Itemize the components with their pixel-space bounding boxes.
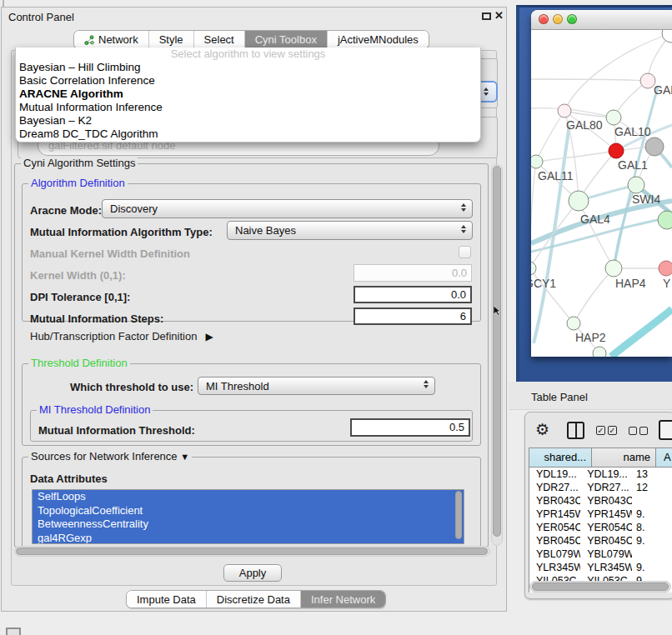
algorithm-option-bayesian-k2[interactable]: Bayesian – K2	[16, 114, 480, 128]
table-row[interactable]: YLR345WYLR345W9.	[529, 561, 672, 574]
selected-value: Discovery	[110, 200, 158, 218]
network-node[interactable]	[593, 347, 606, 357]
select-all-checkbox-icon[interactable]: ✓	[596, 426, 605, 435]
cell: YBR045C	[580, 534, 632, 548]
float-window-icon[interactable]	[482, 12, 491, 20]
apply-button[interactable]: Apply	[223, 564, 282, 582]
network-node[interactable]	[645, 138, 664, 156]
table-hscrollbar-thumb[interactable]	[532, 582, 669, 591]
settings-hscrollbar-thumb[interactable]	[16, 548, 488, 555]
table-row[interactable]: YER054CYER054C8.	[529, 521, 672, 534]
settings-vscrollbar-thumb[interactable]	[493, 166, 501, 537]
expand-right-icon[interactable]: ▶	[205, 331, 213, 342]
table-row[interactable]: YDL19...YDL19...13	[529, 468, 672, 481]
column-header-a[interactable]: A	[656, 448, 672, 468]
mi-algorithm-type-select[interactable]: Naive Bayes	[227, 221, 473, 240]
attributes-vscrollbar-thumb[interactable]	[455, 491, 462, 539]
close-icon[interactable]: ✕	[494, 9, 504, 22]
close-traffic-light[interactable]	[539, 14, 549, 24]
sources-title: Sources for Network Inference	[31, 450, 178, 462]
algorithm-option-aracne-algorithm[interactable]: ARACNE Algorithm	[16, 88, 480, 101]
tab-jactivemnodules[interactable]: jActiveMNodules	[327, 31, 429, 48]
new-table-icon[interactable]	[659, 420, 672, 440]
network-node-gal80[interactable]	[558, 104, 571, 118]
which-threshold-select[interactable]: MI Threshold	[198, 377, 435, 395]
tab-impute-data[interactable]: Impute Data	[127, 591, 206, 608]
selected-value: MI Threshold	[206, 378, 269, 395]
network-node[interactable]	[662, 30, 672, 42]
data-attribute-betweennesscentrality[interactable]: BetweennessCentrality	[33, 518, 464, 532]
network-node-gal10[interactable]	[606, 110, 621, 125]
gear-icon[interactable]: ⚙	[535, 421, 549, 439]
selected-value: Naive Bayes	[235, 222, 296, 239]
manual-kernel-width-label: Manual Kernel Width Definition	[30, 248, 190, 260]
window-edge	[3, 0, 4, 7]
column-header-name[interactable]: name	[592, 448, 656, 468]
aracne-mode-select[interactable]: Discovery	[102, 199, 473, 218]
table-row[interactable]: YBL079WYBL079W	[529, 548, 672, 561]
network-node[interactable]	[658, 211, 672, 229]
group-title: Algorithm Definition	[28, 178, 128, 189]
dpi-tolerance-input[interactable]: 0.0	[354, 286, 472, 303]
minimized-panel-icon[interactable]	[6, 628, 21, 635]
cell: YDL19...	[529, 468, 580, 481]
node-label: SWI4	[632, 192, 660, 206]
data-attribute-gal4rgexp[interactable]: gal4RGexp	[33, 532, 464, 545]
spinner-icon[interactable]	[461, 225, 466, 233]
tab-style[interactable]: Style	[148, 31, 193, 48]
zoom-traffic-light[interactable]	[567, 14, 577, 24]
deselect-all-checkbox-icon[interactable]	[639, 427, 648, 435]
network-node-y[interactable]	[659, 261, 672, 276]
spinner-icon[interactable]	[424, 380, 429, 388]
network-node-hap2[interactable]	[567, 317, 580, 330]
mi-steps-label: Mutual Information Steps:	[30, 312, 163, 325]
column-header-shared[interactable]: shared...	[529, 448, 592, 468]
data-attribute-topologicalcoefficient[interactable]: TopologicalCoefficient	[33, 504, 464, 518]
mi-threshold-label: Mutual Information Threshold:	[38, 424, 195, 437]
tab-network[interactable]: Network	[74, 31, 148, 48]
algorithm-option-basic-correlation-inference[interactable]: Basic Correlation Inference	[16, 74, 480, 88]
hub-transcription-expander[interactable]: Hub/Transcription Factor Definition ▶	[30, 330, 213, 342]
network-node-swi4[interactable]	[628, 177, 644, 193]
tab-discretize-data[interactable]: Discretize Data	[206, 591, 300, 608]
algorithm-option-bayesian-hill-climbing[interactable]: Bayesian – Hill Climbing	[16, 61, 480, 74]
algorithm-option-mutual-information-inference[interactable]: Mutual Information Inference	[16, 101, 480, 114]
table-row[interactable]: YBR045CYBR045C9.	[529, 534, 672, 548]
mi-steps-input[interactable]: 6	[354, 308, 472, 325]
cell	[632, 494, 672, 508]
collapse-down-icon[interactable]: ▼	[180, 451, 189, 462]
cell: YBL079W	[529, 548, 580, 561]
table-row[interactable]: YPR145WYPR145W9.	[529, 508, 672, 521]
deselect-all-checkbox-icon[interactable]	[629, 427, 637, 435]
network-node-gal11[interactable]	[531, 155, 543, 168]
tab-cyni-toolbox[interactable]: Cyni Toolbox	[244, 31, 327, 48]
dpi-tolerance-label: DPI Tolerance [0,1]:	[30, 291, 130, 303]
network-node-hap4[interactable]	[605, 260, 622, 277]
data-attributes-list: SelfLoopsTopologicalCoefficientBetweenne…	[32, 489, 464, 544]
column-layout-icon[interactable]	[567, 422, 584, 439]
table-row[interactable]: YBR043CYBR043C	[529, 494, 672, 508]
algorithm-option-dream8-dc-tdc-algorithm[interactable]: Dream8 DC_TDC Algorithm	[16, 128, 480, 141]
mouse-cursor	[494, 306, 502, 317]
tab-infer-network[interactable]: Infer Network	[300, 591, 385, 608]
cell: YBR045C	[529, 534, 580, 548]
network-node-gal1[interactable]	[609, 143, 624, 158]
table-header-row: shared...nameA	[529, 448, 672, 468]
table-row[interactable]: YDR27...YDR27...12	[529, 481, 672, 494]
spinner-icon[interactable]	[461, 203, 466, 212]
kernel-width-label: Kernel Width (0,1):	[30, 269, 126, 282]
network-node-gcy1[interactable]	[531, 262, 536, 275]
cell: YLR345W	[529, 561, 580, 574]
minimize-traffic-light[interactable]	[553, 14, 563, 24]
cyni-bottom-tabs: Impute DataDiscretize DataInfer Network	[126, 590, 386, 608]
network-node-gal4[interactable]	[569, 191, 589, 211]
network-canvas[interactable]: GALGAL80GAL10GAL1GAL11SWI4GAL4GCY1HAP4YH…	[531, 30, 672, 357]
mi-threshold-input[interactable]: 0.5	[350, 418, 470, 437]
select-all-checkbox-icon[interactable]: ✓	[608, 426, 617, 435]
tab-label: Infer Network	[311, 591, 375, 608]
table-panel-title: Table Panel	[531, 391, 588, 403]
algorithm-options: Bayesian – Hill ClimbingBasic Correlatio…	[16, 61, 480, 141]
tab-select[interactable]: Select	[193, 31, 244, 48]
algorithm-dropdown-popup: Select algorithm to view settings Bayesi…	[15, 48, 481, 142]
data-attribute-selfloops[interactable]: SelfLoops	[33, 490, 464, 504]
